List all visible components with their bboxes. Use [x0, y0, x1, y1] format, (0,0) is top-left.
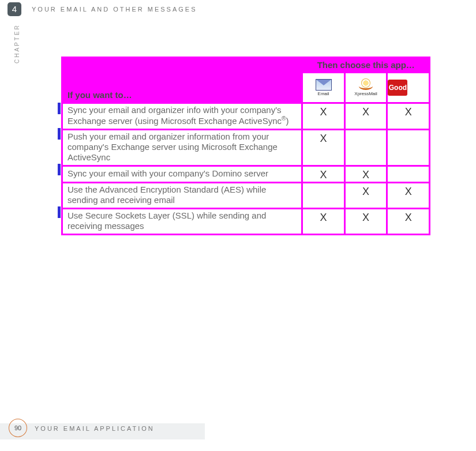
page-number-badge: 90 — [5, 415, 31, 441]
app-col-xpressmail: XpressMail — [344, 72, 387, 103]
table-row: Push your email and organizer informatio… — [62, 130, 430, 166]
row-desc: Use the Advanced Encryption Standard (AE… — [62, 183, 302, 209]
row-mark — [344, 130, 387, 166]
row-marker-icon — [58, 103, 61, 114]
comparison-table: If you want to… Then choose this app… Em… — [61, 57, 430, 235]
row-mark: X — [302, 209, 344, 235]
row-desc: Use Secure Sockets Layer (SSL) while sen… — [62, 209, 302, 235]
row-mark: X — [344, 209, 387, 235]
row-mark: X — [344, 183, 387, 209]
envelope-icon — [316, 78, 332, 91]
row-marker-icon — [58, 128, 61, 140]
row-mark — [387, 166, 430, 183]
table-row: Sync your email with your company's Domi… — [62, 166, 430, 183]
footer-section-title: YOUR EMAIL APPLICATION — [35, 425, 155, 432]
choose-header: Then choose this app… — [317, 60, 415, 70]
row-marker-icon — [58, 206, 61, 218]
app-caption-good: Good — [389, 84, 407, 92]
row-mark: X — [302, 166, 344, 183]
row-mark: X — [344, 103, 387, 130]
chapter-badge: 4 — [8, 2, 21, 16]
table-row: Sync your email and organizer info with … — [62, 103, 430, 130]
table-row: Use Secure Sockets Layer (SSL) while sen… — [62, 209, 430, 235]
app-caption-email: Email — [318, 91, 329, 96]
row-mark: X — [344, 166, 387, 183]
row-mark: X — [387, 103, 430, 130]
good-icon: Good — [388, 80, 407, 96]
row-mark — [302, 183, 344, 209]
row-desc: Push your email and organizer informatio… — [62, 130, 302, 166]
comparison-table-wrap: If you want to… Then choose this app… Em… — [61, 57, 430, 235]
xpressmail-icon — [358, 78, 374, 91]
row-marker-icon — [58, 164, 61, 175]
row-mark: X — [302, 103, 344, 130]
chapter-number: 4 — [12, 4, 17, 14]
chapter-title: YOUR EMAIL AND OTHER MESSAGES — [32, 6, 197, 13]
chapter-side-label: CHAPTER — [14, 24, 20, 63]
row-desc: Sync your email with your company's Domi… — [62, 166, 302, 183]
row-mark: X — [302, 130, 344, 166]
app-col-good: Good — [387, 72, 430, 103]
page-number: 90 — [14, 424, 21, 431]
row-mark: X — [387, 183, 430, 209]
app-col-email: Email — [302, 72, 344, 103]
table-row: Use the Advanced Encryption Standard (AE… — [62, 183, 430, 209]
row-mark: X — [387, 209, 430, 235]
app-caption-xpressmail: XpressMail — [354, 91, 377, 96]
row-mark — [387, 130, 430, 166]
lead-header: If you want to… — [68, 90, 132, 100]
row-desc: Sync your email and organizer info with … — [62, 103, 302, 130]
